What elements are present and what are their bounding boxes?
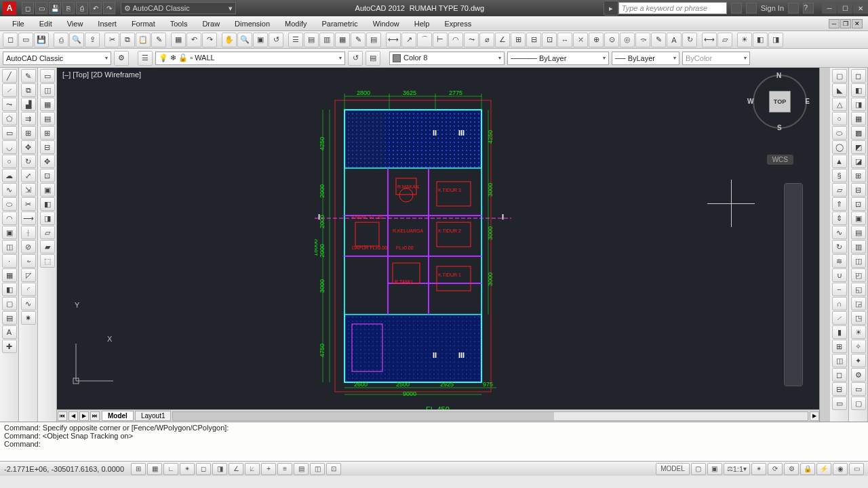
quickview-dwgs-icon[interactable]: ▣ [707, 463, 722, 475]
dim-aligned-icon[interactable]: ↗ [401, 33, 416, 47]
viewport[interactable]: [–] [Top] [2D Wireframe] [57, 68, 819, 409]
presspull-icon[interactable]: ⇕ [832, 211, 847, 225]
planar-icon[interactable]: ▱ [832, 183, 847, 197]
fillet-icon[interactable]: ◜ [21, 283, 36, 296]
dim-linear-icon[interactable]: ⟷ [386, 33, 401, 47]
do10-icon[interactable]: ◧ [40, 197, 55, 211]
tool-palette-icon[interactable]: ▥ [319, 33, 334, 47]
linetype-dropdown[interactable]: ───── ByLayer▾ [507, 52, 609, 65]
search-icon[interactable] [731, 3, 742, 14]
vs10-icon[interactable]: ⊡ [851, 197, 866, 211]
print-icon[interactable]: ⎙ [76, 2, 88, 14]
offset-icon[interactable]: ⇉ [21, 112, 36, 125]
undo2-icon[interactable]: ↶ [186, 33, 201, 47]
pyramid-icon[interactable]: ▲ [832, 155, 847, 168]
ducs-toggle[interactable]: ⟀ [245, 463, 260, 475]
move-icon[interactable]: ✥ [21, 140, 36, 154]
xline-icon[interactable]: ⟋ [2, 83, 17, 97]
signin-link[interactable]: Sign In [761, 4, 784, 12]
mtext-icon[interactable]: A [2, 325, 17, 339]
menu-file[interactable]: File [5, 18, 31, 29]
vs4-icon[interactable]: ▦ [851, 112, 866, 125]
scale-icon[interactable]: ⤢ [21, 169, 36, 182]
open-icon[interactable]: ▭ [18, 33, 33, 47]
publish-icon[interactable]: ⇪ [85, 33, 100, 47]
tolerance-icon[interactable]: ⊕ [589, 33, 604, 47]
sphere-icon[interactable]: ○ [832, 112, 847, 125]
loft-icon[interactable]: ≋ [832, 254, 847, 268]
mdi-close-button[interactable]: ✕ [852, 19, 863, 28]
clean-screen-icon[interactable]: ▭ [849, 463, 864, 475]
slice-icon[interactable]: ⟋ [832, 311, 847, 325]
sc-toggle[interactable]: ⊡ [326, 463, 341, 475]
tab-model[interactable]: Model [102, 411, 134, 421]
rotate-icon[interactable]: ↻ [21, 155, 36, 168]
vs20-icon[interactable]: ✧ [851, 340, 866, 353]
dim-tedit-icon[interactable]: A [667, 33, 682, 47]
dim-jog-icon[interactable]: ⤳ [464, 33, 479, 47]
vs22-icon[interactable]: ⚙ [851, 368, 866, 382]
anno-auto-icon[interactable]: ⟳ [768, 463, 783, 475]
tab-layout1[interactable]: Layout1 [135, 411, 172, 421]
addselected-icon[interactable]: ✚ [2, 340, 17, 353]
region-icon[interactable]: ▢ [2, 297, 17, 310]
wedge-icon[interactable]: ◣ [832, 83, 847, 97]
workspace-dropdown[interactable]: ⚙ AutoCAD Classic▾ [121, 2, 236, 14]
menu-edit[interactable]: Edit [33, 18, 59, 29]
menu-parametric[interactable]: Parametric [315, 18, 364, 29]
point-icon[interactable]: · [2, 254, 17, 268]
undo-icon[interactable]: ↶ [90, 2, 102, 14]
ortho-toggle[interactable]: ∟ [163, 463, 178, 475]
saveas-icon[interactable]: ⎘ [62, 2, 75, 14]
hardware-accel-icon[interactable]: ⚡ [816, 463, 831, 475]
vscrollbar[interactable] [819, 68, 830, 422]
zoom-win-icon[interactable]: ▣ [253, 33, 268, 47]
insert-block-icon[interactable]: ▣ [2, 226, 17, 239]
chamfer-icon[interactable]: ◸ [21, 268, 36, 282]
torus-icon[interactable]: ◯ [832, 140, 847, 154]
revcloud-icon[interactable]: ☁ [2, 169, 17, 182]
zoom-prev-icon[interactable]: ↺ [269, 33, 283, 47]
section-icon[interactable]: ⊟ [832, 382, 847, 396]
array-icon[interactable]: ⊞ [21, 126, 36, 140]
render-icon[interactable]: ☀ [737, 33, 752, 47]
menu-format[interactable]: Format [125, 18, 162, 29]
mdi-restore-button[interactable]: ❐ [840, 19, 851, 28]
model-space-button[interactable]: MODEL [656, 463, 690, 475]
save-icon[interactable]: 💾 [34, 33, 49, 47]
trim-icon[interactable]: ✂ [21, 197, 36, 211]
revolve-icon[interactable]: ↻ [832, 240, 847, 253]
break-icon[interactable]: ⊘ [21, 240, 36, 253]
polygon-icon[interactable]: ⬠ [2, 112, 17, 125]
dim-update-icon[interactable]: ↻ [682, 33, 697, 47]
tab-last-icon[interactable]: ⏭ [90, 411, 100, 421]
dim-cont-icon[interactable]: ⊡ [542, 33, 557, 47]
quickcalc-icon[interactable]: ▤ [366, 33, 381, 47]
dim-ord-icon[interactable]: ⊢ [433, 33, 448, 47]
vs13-icon[interactable]: ▥ [851, 240, 866, 253]
menu-draw[interactable]: Draw [195, 18, 226, 29]
extend-icon[interactable]: ⟶ [21, 211, 36, 225]
matchprop-icon[interactable]: ✎ [151, 33, 166, 47]
hatch-icon[interactable]: ▦ [2, 268, 17, 282]
menu-dimension[interactable]: Dimension [228, 18, 277, 29]
preview-icon[interactable]: 🔍 [69, 33, 84, 47]
do6-icon[interactable]: ⊟ [40, 140, 55, 154]
polar-toggle[interactable]: ✴ [180, 463, 195, 475]
do8-icon[interactable]: ⊡ [40, 169, 55, 182]
pline-icon[interactable]: ⤳ [2, 98, 17, 111]
union-icon[interactable]: ∪ [832, 268, 847, 282]
menu-help[interactable]: Help [408, 18, 437, 29]
do3-icon[interactable]: ▦ [40, 98, 55, 111]
dim-break-icon[interactable]: ⤫ [573, 33, 588, 47]
do11-icon[interactable]: ◨ [40, 211, 55, 225]
stretch-icon[interactable]: ⇲ [21, 183, 36, 197]
app-icon[interactable]: A [3, 1, 16, 15]
vs23-icon[interactable]: ▭ [851, 382, 866, 396]
menu-window[interactable]: Window [366, 18, 406, 29]
dim-arc-icon[interactable]: ⌒ [417, 33, 432, 47]
pan-icon[interactable]: ✋ [222, 33, 237, 47]
vs24-icon[interactable]: ▢ [851, 396, 866, 410]
menu-express[interactable]: Express [437, 18, 478, 29]
properties-icon[interactable]: ☰ [288, 33, 303, 47]
